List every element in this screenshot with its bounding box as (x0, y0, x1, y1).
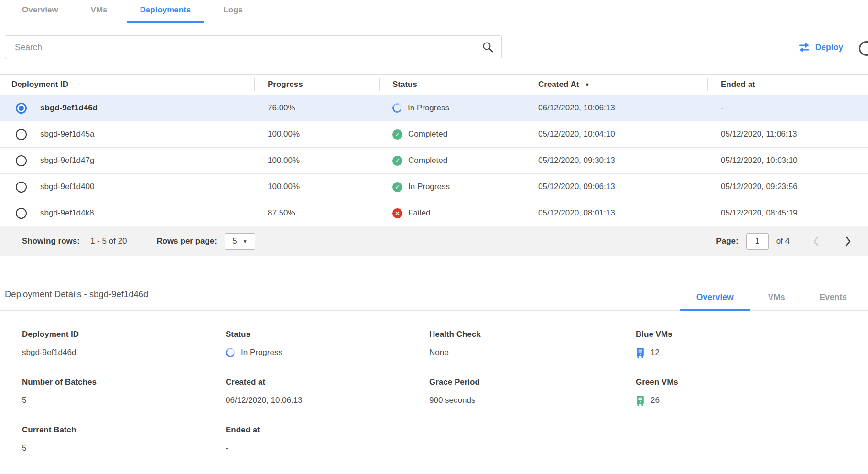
sort-desc-icon[interactable]: ▼ (585, 82, 590, 87)
row-radio[interactable] (16, 129, 27, 140)
table-row[interactable]: sbgd-9ef1d46d 76.00% In Progress 06/12/2… (0, 95, 868, 121)
ended-at-value: 05/12/2020, 08:45:19 (707, 208, 868, 218)
created-at-value: 05/12/2020, 09:06:13 (525, 182, 707, 192)
column-header-status[interactable]: Status (379, 75, 525, 95)
field-number-of-batches: Number of Batches 5 (22, 377, 226, 406)
details-tab-vms[interactable]: VMs (751, 288, 803, 310)
created-at-value: 05/12/2020, 09:30:13 (525, 156, 707, 165)
ended-at-value: 05/12/2020, 11:06:13 (707, 129, 868, 139)
pagination: Page: of 4 (716, 233, 854, 250)
column-header-ended-at[interactable]: Ended at (707, 75, 868, 95)
row-radio[interactable] (16, 155, 27, 166)
status-label: Completed (408, 156, 447, 165)
row-radio[interactable] (16, 182, 27, 193)
details-tab-bar: Overview VMs Events (679, 288, 868, 310)
details-title: Deployment Details - sbgd-9ef1d46d (5, 289, 148, 310)
in-progress-spinner-icon (224, 346, 237, 359)
status-label: In Progress (408, 182, 450, 192)
table-row[interactable]: sbgd-9ef1d400 100.00% ✓ In Progress 05/1… (0, 174, 868, 200)
search-box (5, 35, 502, 59)
rows-per-page-label: Rows per page: (156, 237, 217, 246)
rows-per-page-value: 5 (232, 237, 237, 246)
details-tab-events[interactable]: Events (803, 288, 864, 310)
progress-value: 87.50% (254, 208, 379, 218)
tab-deployments[interactable]: Deployments (127, 0, 205, 22)
row-radio-selected[interactable] (16, 103, 27, 114)
status-label: In Progress (408, 103, 449, 113)
progress-value: 100.00% (254, 129, 379, 139)
deploy-button[interactable]: Deploy (798, 43, 843, 53)
deployment-id: sbgd-9ef1d45a (40, 129, 94, 139)
failed-x-icon: × (392, 208, 402, 218)
ended-at-value: 05/12/2020, 09:23:56 (707, 182, 868, 192)
in-progress-spinner-icon (391, 102, 403, 114)
completed-check-icon: ✓ (392, 129, 402, 140)
chevron-down-icon: ▼ (243, 239, 248, 244)
tab-vms[interactable]: VMs (77, 0, 121, 22)
details-tab-overview[interactable]: Overview (679, 288, 751, 310)
blue-vm-server-icon (636, 348, 645, 358)
status-label: Failed (408, 208, 430, 218)
ended-at-value: 05/12/2020, 10:03:10 (707, 156, 868, 165)
field-green-vms: Green VMs 26 (636, 377, 868, 406)
deployment-id: sbgd-9ef1d400 (40, 182, 94, 192)
tab-overview[interactable]: Overview (9, 0, 72, 22)
deployment-id: sbgd-9ef1d46d (40, 103, 98, 113)
ended-at-value: - (707, 103, 868, 113)
showing-rows-value: 1 - 5 of 20 (90, 237, 127, 246)
table-row[interactable]: sbgd-9ef1d4k8 87.50% × Failed 05/12/2020… (0, 200, 868, 226)
search-icon (482, 41, 494, 55)
row-radio[interactable] (16, 208, 27, 219)
field-ended-at: Ended at - (226, 425, 429, 454)
next-page-button[interactable] (843, 234, 854, 249)
green-vm-server-icon (636, 396, 645, 406)
created-at-value: 05/12/2020, 08:01:13 (525, 208, 707, 218)
progress-value: 76.00% (254, 103, 379, 113)
status-label: Completed (408, 129, 447, 139)
field-status: Status In Progress (226, 330, 429, 358)
table-row[interactable]: sbgd-9ef1d47g 100.00% ✓ Completed 05/12/… (0, 148, 868, 174)
previous-page-button[interactable] (811, 234, 822, 249)
showing-rows-label: Showing rows: (22, 237, 80, 246)
field-blue-vms: Blue VMs 12 (636, 330, 868, 358)
column-header-progress[interactable]: Progress (254, 75, 379, 95)
rows-per-page-select[interactable]: 5 ▼ (225, 233, 255, 250)
field-deployment-id: Deployment ID sbgd-9ef1d46d (22, 330, 226, 358)
deployment-id: sbgd-9ef1d47g (40, 156, 94, 165)
column-header-created-at[interactable]: Created At ▼ (525, 75, 707, 95)
field-current-batch: Current Batch 5 (22, 425, 226, 454)
progress-value: 100.00% (254, 156, 379, 165)
progress-value: 100.00% (254, 182, 379, 192)
details-fields: Deployment ID sbgd-9ef1d46d Status In Pr… (0, 330, 868, 454)
table-row[interactable]: sbgd-9ef1d45a 100.00% ✓ Completed 05/12/… (0, 121, 868, 148)
page-number-input[interactable] (746, 233, 769, 250)
deployments-table: Deployment ID Progress Status Created At… (0, 74, 868, 256)
page-total: of 4 (776, 237, 790, 246)
deploy-swap-arrows-icon (798, 43, 811, 53)
page-label: Page: (716, 237, 738, 246)
field-grace-period: Grace Period 900 seconds (429, 377, 636, 406)
deployment-id: sbgd-9ef1d4k8 (40, 208, 94, 218)
deployment-details-section: Deployment Details - sbgd-9ef1d46d Overv… (0, 288, 868, 454)
completed-check-icon: ✓ (392, 156, 402, 166)
top-tab-bar: Overview VMs Deployments Logs (0, 0, 868, 22)
table-header: Deployment ID Progress Status Created At… (0, 74, 868, 95)
deployments-page: Overview VMs Deployments Logs Deploy Dep… (0, 0, 868, 474)
created-at-value: 05/12/2020, 10:04:10 (525, 129, 707, 139)
column-header-deployment-id[interactable]: Deployment ID (0, 75, 254, 95)
toolbar: Deploy (0, 35, 868, 60)
deploy-button-label: Deploy (815, 43, 843, 53)
created-at-value: 06/12/2020, 10:06:13 (525, 103, 707, 113)
refresh-icon[interactable] (857, 39, 868, 60)
table-footer: Showing rows: 1 - 5 of 20 Rows per page:… (0, 226, 868, 256)
field-created-at: Created at 06/12/2020, 10:06:13 (226, 377, 429, 406)
completed-check-icon: ✓ (392, 182, 402, 192)
field-health-check: Health Check None (429, 330, 636, 358)
tab-logs[interactable]: Logs (210, 0, 256, 22)
search-input[interactable] (5, 35, 502, 59)
